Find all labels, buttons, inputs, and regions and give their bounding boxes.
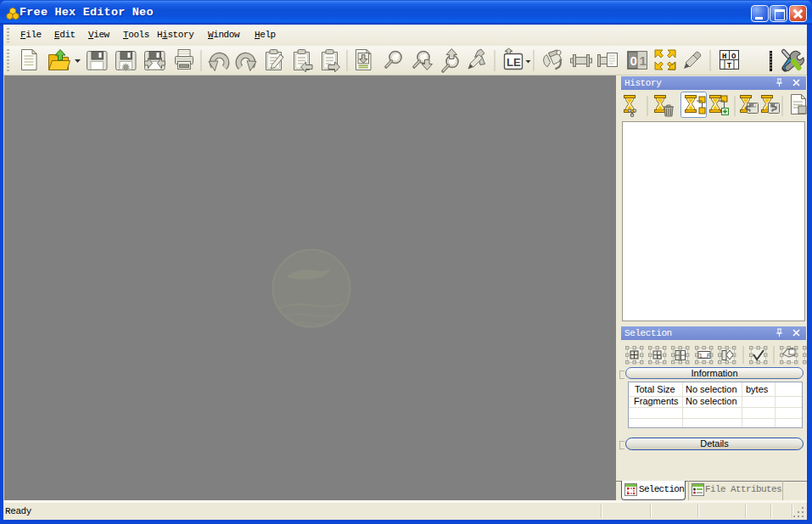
svg-text:O: O	[731, 53, 736, 61]
svg-text:T: T	[727, 62, 732, 70]
svg-text:H: H	[722, 53, 726, 61]
svg-text:1: 1	[640, 53, 647, 68]
svg-text:0: 0	[630, 53, 637, 68]
svg-text:LE: LE	[507, 56, 521, 69]
svg-text:1...F: 1...F	[699, 353, 710, 359]
